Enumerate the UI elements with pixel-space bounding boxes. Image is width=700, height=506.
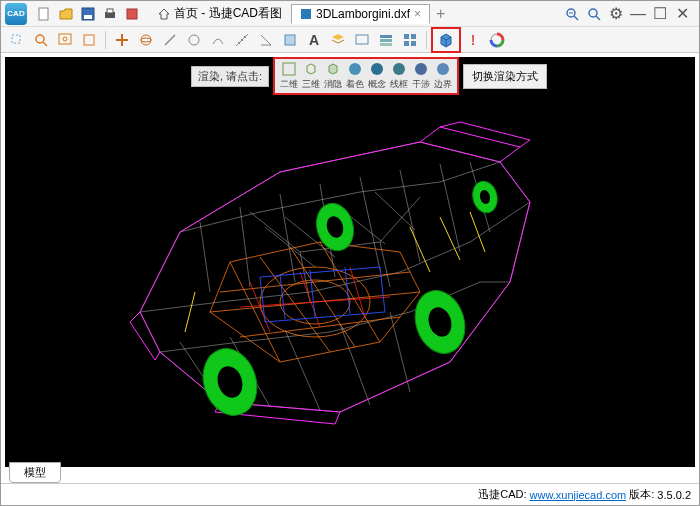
svg-rect-30 [404, 41, 409, 46]
model-tab[interactable]: 模型 [9, 462, 61, 483]
layer-panel-icon[interactable] [376, 30, 396, 50]
svg-point-35 [371, 63, 383, 75]
print-icon[interactable] [102, 6, 118, 22]
highlighted-3d-tool [431, 27, 461, 53]
svg-rect-27 [380, 43, 392, 46]
svg-rect-2 [84, 15, 92, 19]
svg-text:A: A [309, 32, 319, 48]
svg-point-13 [36, 35, 44, 43]
tab-close-icon[interactable]: × [414, 7, 421, 21]
select-tool-icon[interactable] [7, 30, 27, 50]
svg-line-14 [43, 42, 47, 46]
render-mode-interference[interactable]: 干涉 [411, 61, 431, 91]
titlebar: CAD 首页 - 迅捷CAD看图 3DLamborgini.dxf × + ⚙ … [1, 1, 699, 27]
svg-rect-5 [127, 9, 137, 19]
svg-rect-25 [380, 35, 392, 38]
tab-file[interactable]: 3DLamborgini.dxf × [291, 4, 430, 24]
orbit-tool-icon[interactable] [136, 30, 156, 50]
render-mode-3d[interactable]: 三维 [301, 61, 321, 91]
pan-tool-icon[interactable] [112, 30, 132, 50]
zoom-in-icon[interactable] [587, 7, 601, 21]
layer-tool-icon[interactable] [328, 30, 348, 50]
svg-point-16 [63, 37, 67, 41]
new-file-icon[interactable] [36, 6, 52, 22]
open-folder-icon[interactable] [58, 6, 74, 22]
paint-tool-icon[interactable]: ! [463, 30, 483, 50]
viewport: 渲染, 请点击: 二维 三维 消隐 着色 概念 线框 干涉 边界 切换渲染方式 [1, 53, 699, 471]
svg-point-38 [437, 63, 449, 75]
svg-rect-12 [12, 35, 20, 43]
render-mode-boundary[interactable]: 边界 [433, 61, 453, 91]
svg-line-20 [165, 35, 175, 45]
zoom-window-icon[interactable] [55, 30, 75, 50]
cube-3d-icon[interactable] [436, 30, 456, 50]
tab-bar: 首页 - 迅捷CAD看图 3DLamborgini.dxf × + [149, 2, 565, 25]
tab-home-label: 首页 - 迅捷CAD看图 [174, 5, 282, 22]
svg-rect-29 [411, 34, 416, 39]
export-icon[interactable] [124, 6, 140, 22]
svg-rect-24 [356, 35, 368, 44]
app-icon: CAD [5, 3, 27, 25]
text-tool-icon[interactable]: A [304, 30, 324, 50]
separator [426, 31, 427, 49]
status-version-label: 版本: [629, 487, 654, 502]
render-mode-wireframe[interactable]: 线框 [389, 61, 409, 91]
svg-rect-31 [411, 41, 416, 46]
settings-icon[interactable]: ⚙ [609, 7, 623, 21]
render-prompt-label: 渲染, 请点击: [191, 66, 269, 87]
svg-line-8 [574, 16, 578, 20]
render-options-highlighted: 二维 三维 消隐 着色 概念 线框 干涉 边界 [273, 57, 459, 95]
window-controls: ⚙ — ☐ ✕ [565, 7, 695, 21]
area-tool-icon[interactable] [280, 30, 300, 50]
zoom-tool-icon[interactable] [31, 30, 51, 50]
svg-rect-0 [39, 8, 48, 20]
svg-point-18 [141, 35, 151, 45]
svg-point-21 [189, 35, 199, 45]
svg-point-34 [349, 63, 361, 75]
zoom-all-icon[interactable] [79, 30, 99, 50]
home-icon [158, 8, 170, 20]
tab-home[interactable]: 首页 - 迅捷CAD看图 [149, 2, 291, 25]
arc-tool-icon[interactable] [208, 30, 228, 50]
render-mode-hidden[interactable]: 消隐 [323, 61, 343, 91]
svg-rect-33 [283, 63, 295, 75]
svg-point-36 [393, 63, 405, 75]
car-wireframe-model [5, 57, 695, 467]
render-mode-bar: 渲染, 请点击: 二维 三维 消隐 着色 概念 线框 干涉 边界 切换渲染方式 [191, 57, 547, 95]
status-bar: 迅捷CAD: www.xunjiecad.com 版本: 3.5.0.2 [1, 483, 699, 505]
svg-rect-28 [404, 34, 409, 39]
svg-rect-17 [84, 35, 94, 45]
svg-rect-4 [107, 9, 113, 13]
bottom-tab-bar: 模型 [9, 462, 61, 483]
svg-point-10 [589, 9, 597, 17]
grid-icon[interactable] [400, 30, 420, 50]
svg-rect-6 [301, 9, 311, 19]
circle-tool-icon[interactable] [184, 30, 204, 50]
switch-render-mode-button[interactable]: 切换渲染方式 [463, 64, 547, 89]
save-icon[interactable] [80, 6, 96, 22]
color-wheel-icon[interactable] [487, 30, 507, 50]
svg-point-37 [415, 63, 427, 75]
line-tool-icon[interactable] [160, 30, 180, 50]
view-tool-icon[interactable] [352, 30, 372, 50]
file-icon [300, 8, 312, 20]
tab-file-label: 3DLamborgini.dxf [316, 7, 410, 21]
render-mode-shaded[interactable]: 着色 [345, 61, 365, 91]
svg-rect-22 [285, 35, 295, 45]
svg-rect-15 [59, 34, 71, 44]
render-mode-2d[interactable]: 二维 [279, 61, 299, 91]
minimize-button[interactable]: — [631, 7, 645, 21]
svg-rect-26 [380, 39, 392, 42]
svg-line-11 [596, 16, 600, 20]
tab-add-button[interactable]: + [430, 5, 451, 23]
close-button[interactable]: ✕ [675, 7, 689, 21]
main-toolbar: A ! [1, 27, 699, 53]
drawing-canvas[interactable] [5, 57, 695, 467]
svg-point-19 [141, 38, 151, 42]
status-url-link[interactable]: www.xunjiecad.com [530, 489, 627, 501]
maximize-button[interactable]: ☐ [653, 7, 667, 21]
render-mode-conceptual[interactable]: 概念 [367, 61, 387, 91]
measure-tool-icon[interactable] [232, 30, 252, 50]
angle-tool-icon[interactable] [256, 30, 276, 50]
zoom-out-icon[interactable] [565, 7, 579, 21]
